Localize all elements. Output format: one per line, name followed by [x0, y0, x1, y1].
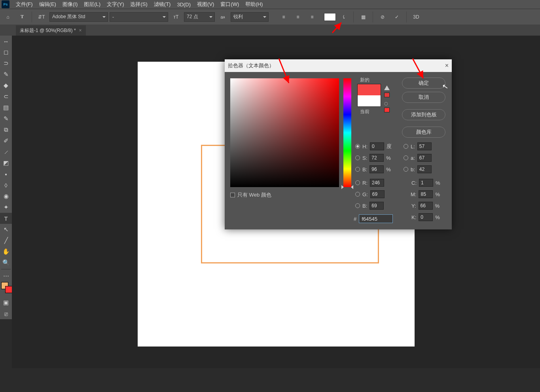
3d-icon[interactable]: 3D — [410, 11, 423, 23]
input-r[interactable] — [370, 179, 384, 187]
ok-button[interactable]: 确定 — [402, 78, 445, 89]
tool-eyedropper[interactable]: ▤ — [0, 102, 12, 113]
tool-type[interactable]: T — [0, 213, 12, 224]
tool-dodge[interactable]: ◉ — [0, 191, 12, 202]
websafe-swatch[interactable] — [384, 108, 390, 112]
input-labb[interactable] — [417, 165, 432, 173]
warp-text-icon[interactable]: ⤹ — [337, 11, 350, 23]
input-m[interactable] — [419, 190, 433, 198]
menu-view[interactable]: 视图(V) — [194, 0, 217, 9]
menu-edit[interactable]: 编辑(E) — [36, 0, 59, 9]
hash-label: # — [354, 216, 356, 222]
cancel-button[interactable]: 取消 — [402, 92, 445, 103]
tool-hand[interactable]: ✋ — [0, 246, 12, 257]
input-h[interactable] — [370, 142, 384, 150]
radio-l[interactable] — [404, 144, 408, 149]
tool-marquee[interactable]: ◻ — [0, 47, 12, 58]
menu-select[interactable]: 选择(S) — [127, 0, 150, 9]
radio-b2[interactable] — [355, 203, 360, 208]
align-center-icon[interactable]: ≡ — [292, 11, 304, 23]
input-k[interactable] — [419, 213, 433, 221]
tool-quickmask[interactable]: ▣ — [0, 297, 12, 308]
tool-line[interactable]: ╱ — [0, 235, 12, 246]
text-color-swatch[interactable] — [324, 13, 336, 21]
tab-close-icon[interactable]: × — [79, 28, 82, 33]
web-only-row[interactable]: 只有 Web 颜色 — [230, 191, 271, 199]
tool-editmode[interactable]: ⋯ — [0, 270, 12, 281]
tool-blur[interactable]: ◊ — [0, 180, 12, 191]
color-field[interactable] — [230, 78, 339, 187]
dialog-close-icon[interactable]: × — [445, 62, 449, 69]
tool-eraser[interactable]: ◩ — [0, 157, 12, 169]
document-tab[interactable]: 未标题-1 @ 50%(RGB/8) * × — [16, 25, 86, 36]
gamut-swatch[interactable] — [384, 93, 390, 97]
align-right-icon[interactable]: ≡ — [306, 11, 318, 23]
menu-bar: Ps 文件(F) 编辑(E) 图像(I) 图层(L) 文字(Y) 选择(S) 滤… — [0, 0, 540, 9]
input-s[interactable] — [369, 154, 384, 162]
tool-move[interactable]: ↔ — [0, 36, 12, 47]
color-swatches[interactable] — [0, 281, 12, 297]
cancel-icon[interactable]: ⊘ — [376, 11, 389, 23]
commit-icon[interactable]: ✓ — [390, 11, 403, 23]
label-current: 当前 — [360, 108, 369, 115]
tab-title: 未标题-1 @ 50%(RGB/8) * — [20, 27, 76, 34]
radio-s[interactable] — [355, 155, 360, 160]
input-y[interactable] — [419, 202, 433, 210]
radio-g[interactable] — [355, 192, 360, 197]
menu-type[interactable]: 文字(Y) — [104, 0, 127, 9]
input-l[interactable] — [417, 142, 432, 150]
color-library-button[interactable]: 颜色库 — [402, 127, 445, 138]
add-swatch-button[interactable]: 添加到色板 — [402, 109, 445, 120]
menu-filter[interactable]: 滤镜(T) — [151, 0, 174, 9]
tool-frame[interactable]: ⊂ — [0, 91, 12, 102]
menu-window[interactable]: 窗口(W) — [217, 0, 242, 9]
radio-r[interactable] — [355, 180, 360, 185]
background-swatch[interactable] — [5, 286, 12, 293]
input-g[interactable] — [370, 190, 385, 198]
font-size-select[interactable]: 72 点 — [184, 12, 215, 22]
menu-file[interactable]: 文件(F) — [13, 0, 36, 9]
hue-slider[interactable] — [343, 78, 351, 187]
web-only-label: 只有 Web 颜色 — [237, 191, 271, 199]
panel-icon[interactable]: ▦ — [357, 11, 369, 23]
input-a[interactable] — [417, 154, 432, 162]
radio-b[interactable] — [355, 167, 360, 172]
font-style-select[interactable]: - — [110, 12, 168, 22]
input-c[interactable] — [419, 179, 433, 187]
input-b2[interactable] — [369, 202, 384, 210]
tool-history[interactable]: ⟋ — [0, 146, 12, 157]
dialog-titlebar[interactable]: 拾色器（文本颜色） × — [225, 59, 452, 72]
antialias-icon: aa — [216, 11, 229, 23]
type-tool-icon[interactable]: T — [16, 11, 28, 23]
radio-labb[interactable] — [404, 167, 408, 172]
radio-a[interactable] — [404, 155, 408, 160]
align-left-icon[interactable]: ≡ — [277, 11, 290, 23]
tool-crop[interactable]: ◆ — [0, 80, 12, 91]
radio-h[interactable] — [355, 144, 360, 149]
tool-lasso[interactable]: ⊃ — [0, 58, 12, 69]
tool-gradient[interactable]: ▪ — [0, 169, 12, 180]
tool-path[interactable]: ↖ — [0, 224, 12, 235]
text-orientation-icon[interactable]: ⇵T — [35, 11, 48, 23]
font-family-select[interactable]: Adobe 黑体 Std — [49, 12, 108, 22]
tool-screenmode[interactable]: ⎚ — [0, 308, 12, 319]
gamut-warning-icon[interactable] — [384, 85, 390, 90]
antialias-select[interactable]: 锐利 — [231, 12, 269, 22]
tool-pen[interactable]: ✦ — [0, 202, 12, 213]
tool-quickselect[interactable]: ✎ — [0, 69, 12, 80]
home-icon[interactable]: ⌂ — [2, 11, 14, 23]
menu-3d[interactable]: 3D(D) — [174, 1, 194, 8]
menu-layer[interactable]: 图层(L) — [81, 0, 104, 9]
app-icon: Ps — [2, 0, 9, 8]
menu-image[interactable]: 图像(I) — [59, 0, 81, 9]
websafe-warning-icon[interactable]: ⬡ — [384, 101, 390, 106]
tool-zoom[interactable]: 🔍 — [0, 257, 12, 268]
tool-brush[interactable]: ⧉ — [0, 124, 12, 135]
web-only-checkbox[interactable] — [230, 193, 235, 197]
input-hex[interactable] — [359, 214, 393, 223]
color-picker-dialog: 拾色器（文本颜色） × 新的 当前 ⬡ 确定 取消 添加到色板 颜色库 H:度 … — [225, 59, 452, 229]
tool-stamp[interactable]: ✐ — [0, 135, 12, 146]
input-b[interactable] — [369, 165, 384, 173]
menu-help[interactable]: 帮助(H) — [242, 0, 266, 9]
tool-heal[interactable]: ✎ — [0, 113, 12, 124]
